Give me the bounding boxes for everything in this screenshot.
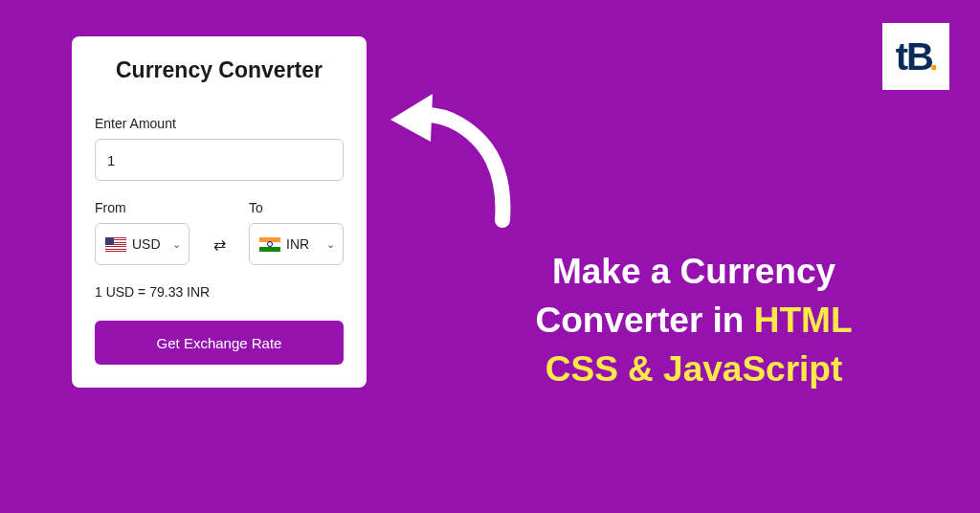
curved-arrow-icon [383, 86, 536, 230]
india-flag-icon [259, 237, 280, 252]
amount-label: Enter Amount [95, 116, 344, 131]
amount-input[interactable] [95, 139, 344, 181]
to-label: To [249, 200, 344, 215]
headline-highlight2: CSS & JavaScript [546, 349, 843, 389]
to-column: To INR ⌄ [249, 200, 344, 265]
usa-flag-icon [105, 237, 126, 252]
headline-line2-part1: Converter in [536, 301, 754, 340]
get-rate-button[interactable]: Get Exchange Rate [95, 321, 344, 365]
logo-text: tB. [896, 37, 937, 76]
swap-column: ⇄ [205, 223, 234, 265]
from-column: From USD ⌄ [95, 200, 189, 265]
chevron-down-icon: ⌄ [326, 238, 335, 251]
chevron-down-icon: ⌄ [172, 238, 181, 251]
from-to-row: From USD ⌄ ⇄ To INR ⌄ [95, 200, 344, 265]
to-currency-select[interactable]: INR ⌄ [249, 223, 344, 265]
headline-text: Make a Currency Converter in HTML CSS & … [455, 247, 933, 393]
exchange-rate-text: 1 USD = 79.33 INR [95, 284, 344, 300]
card-title: Currency Converter [95, 57, 344, 83]
swap-icon[interactable]: ⇄ [213, 235, 226, 254]
logo: tB. [882, 23, 949, 90]
to-currency-code: INR [286, 236, 321, 252]
headline-highlight1: HTML [754, 301, 853, 340]
from-currency-code: USD [132, 236, 167, 252]
converter-card: Currency Converter Enter Amount From USD… [72, 36, 367, 388]
from-currency-select[interactable]: USD ⌄ [95, 223, 189, 265]
headline-line1: Make a Currency [552, 252, 835, 291]
from-label: From [95, 200, 189, 215]
